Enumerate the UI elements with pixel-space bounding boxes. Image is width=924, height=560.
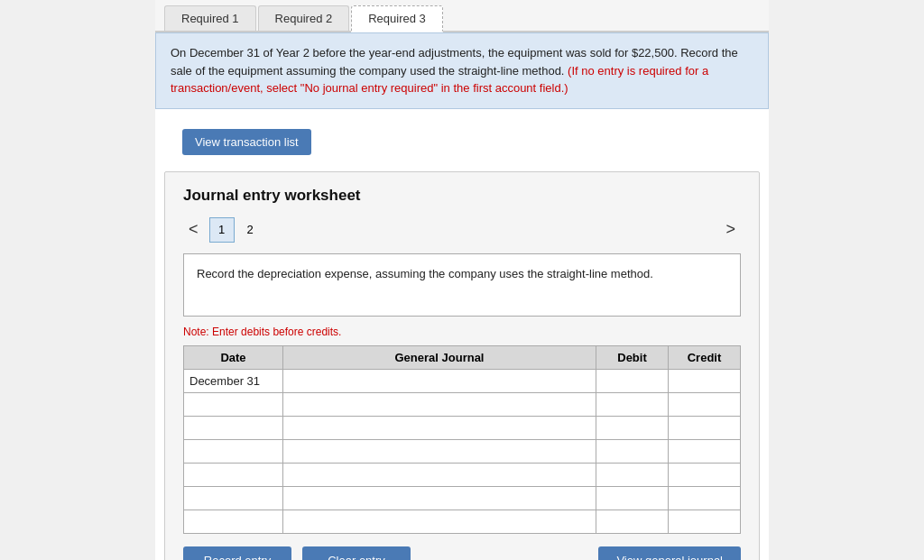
next-arrow[interactable]: > <box>720 218 741 241</box>
table-row <box>184 463 741 486</box>
credit-cell-0[interactable] <box>669 369 741 392</box>
journal-cell-2[interactable] <box>283 416 596 439</box>
debit-input-5[interactable] <box>596 487 668 510</box>
journal-input-0[interactable] <box>283 370 596 392</box>
journal-cell-6[interactable] <box>283 510 596 533</box>
journal-input-4[interactable] <box>283 464 596 486</box>
journal-input-6[interactable] <box>283 510 596 533</box>
journal-input-1[interactable] <box>283 393 596 416</box>
table-row: December 31 <box>184 369 741 392</box>
debit-input-1[interactable] <box>596 393 668 416</box>
credit-input-0[interactable] <box>669 370 740 392</box>
note-text: Note: Enter debits before credits. <box>183 326 741 338</box>
journal-cell-0[interactable] <box>283 369 596 392</box>
date-cell-4 <box>184 463 283 486</box>
page-wrapper: Required 1 Required 2 Required 3 On Dece… <box>155 0 769 560</box>
view-general-journal-button[interactable]: View general journal <box>598 546 741 561</box>
record-entry-button[interactable]: Record entry <box>183 546 291 561</box>
credit-cell-5[interactable] <box>669 486 741 510</box>
header-credit: Credit <box>669 345 741 369</box>
journal-table: Date General Journal Debit Credit Decemb… <box>183 345 741 534</box>
description-box: Record the depreciation expense, assumin… <box>183 253 741 317</box>
prev-arrow[interactable]: < <box>183 218 204 241</box>
view-transaction-area: View transaction list <box>155 109 769 171</box>
debit-cell-0[interactable] <box>596 369 669 392</box>
debit-input-3[interactable] <box>596 440 668 463</box>
nav-row: < 1 2 > <box>183 217 741 243</box>
tab-required1[interactable]: Required 1 <box>164 5 256 31</box>
table-row <box>184 392 741 416</box>
debit-cell-6[interactable] <box>596 510 669 533</box>
journal-input-2[interactable] <box>283 417 596 439</box>
journal-cell-4[interactable] <box>283 463 596 486</box>
debit-input-6[interactable] <box>596 510 668 533</box>
bottom-buttons: Record entry Clear entry View general jo… <box>183 546 741 561</box>
nav-page-1[interactable]: 1 <box>209 217 235 243</box>
date-cell-6 <box>184 510 283 533</box>
tabs-bar: Required 1 Required 2 Required 3 <box>155 0 769 32</box>
table-header-row: Date General Journal Debit Credit <box>184 345 741 369</box>
debit-cell-4[interactable] <box>596 463 669 486</box>
journal-cell-1[interactable] <box>283 392 596 416</box>
credit-cell-4[interactable] <box>669 463 741 486</box>
credit-cell-1[interactable] <box>669 392 741 416</box>
table-row <box>184 416 741 439</box>
tab-required3[interactable]: Required 3 <box>351 5 443 32</box>
journal-input-3[interactable] <box>283 440 596 463</box>
debit-cell-1[interactable] <box>596 392 669 416</box>
info-box: On December 31 of Year 2 before the year… <box>155 32 769 109</box>
table-row <box>184 510 741 533</box>
credit-cell-2[interactable] <box>669 416 741 439</box>
credit-input-3[interactable] <box>669 440 740 463</box>
clear-entry-button[interactable]: Clear entry <box>302 546 411 561</box>
journal-cell-5[interactable] <box>283 486 596 510</box>
credit-input-4[interactable] <box>669 464 740 486</box>
journal-input-5[interactable] <box>283 487 596 510</box>
header-debit: Debit <box>596 345 669 369</box>
view-transaction-button[interactable]: View transaction list <box>182 129 311 155</box>
debit-input-2[interactable] <box>596 417 668 439</box>
worksheet-title: Journal entry worksheet <box>183 187 741 205</box>
debit-cell-3[interactable] <box>596 439 669 463</box>
date-cell-2 <box>184 416 283 439</box>
debit-cell-2[interactable] <box>596 416 669 439</box>
table-row <box>184 486 741 510</box>
credit-input-5[interactable] <box>669 487 740 510</box>
debit-input-4[interactable] <box>596 464 668 486</box>
header-date: Date <box>184 345 283 369</box>
credit-cell-3[interactable] <box>669 439 741 463</box>
debit-cell-5[interactable] <box>596 486 669 510</box>
credit-input-2[interactable] <box>669 417 740 439</box>
debit-input-0[interactable] <box>596 370 668 392</box>
table-row <box>184 439 741 463</box>
date-cell-5 <box>184 486 283 510</box>
credit-input-1[interactable] <box>669 393 740 416</box>
date-cell-1 <box>184 392 283 416</box>
journal-cell-3[interactable] <box>283 439 596 463</box>
credit-input-6[interactable] <box>669 510 740 533</box>
worksheet-container: Journal entry worksheet < 1 2 > Record t… <box>164 171 760 561</box>
tab-required2[interactable]: Required 2 <box>258 5 350 31</box>
header-journal: General Journal <box>283 345 596 369</box>
date-cell-3 <box>184 439 283 463</box>
nav-page-2[interactable]: 2 <box>240 219 261 240</box>
date-cell-0: December 31 <box>184 369 283 392</box>
credit-cell-6[interactable] <box>669 510 741 533</box>
